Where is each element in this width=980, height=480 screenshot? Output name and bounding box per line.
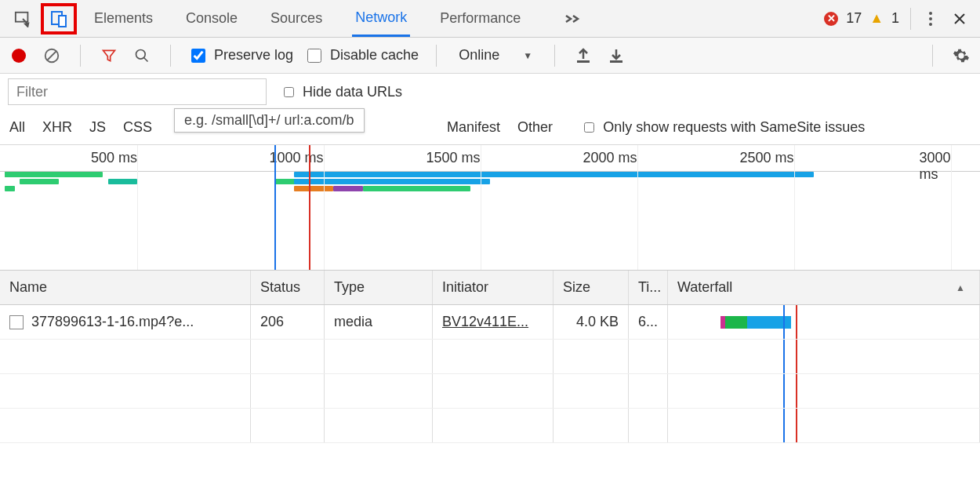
col-status[interactable]: Status <box>251 271 325 304</box>
more-tabs-icon[interactable] <box>564 13 580 25</box>
filter-type-all[interactable]: All <box>9 119 25 136</box>
overview-bar <box>5 172 103 177</box>
tab-console[interactable]: Console <box>183 0 241 37</box>
svg-rect-9 <box>610 60 622 63</box>
svg-rect-2 <box>59 16 66 27</box>
overview-ruler: 500 ms1000 ms1500 ms2000 ms2500 ms3000 m… <box>0 145 980 172</box>
record-button[interactable] <box>8 45 30 67</box>
col-waterfall-label: Waterfall <box>677 279 732 296</box>
filter-type-css[interactable]: CSS <box>123 119 152 136</box>
separator <box>554 45 555 67</box>
filter-type-xhr[interactable]: XHR <box>42 119 72 136</box>
preserve-log-input[interactable] <box>191 49 205 63</box>
filter-input[interactable] <box>8 78 267 105</box>
cell-size: 4.0 KB <box>554 305 629 339</box>
col-waterfall[interactable]: Waterfall ▲ <box>668 271 980 304</box>
filter-icon[interactable] <box>98 45 120 67</box>
svg-point-7 <box>136 49 146 59</box>
overview-bar <box>294 186 333 191</box>
overview-tick: 2000 ms <box>583 150 637 166</box>
table-row-empty <box>0 409 980 443</box>
error-count: 17 <box>846 10 862 27</box>
initiator-link[interactable]: BV12v411E... <box>442 314 528 330</box>
filter-type-js[interactable]: JS <box>89 119 106 136</box>
cell-waterfall <box>668 305 980 339</box>
close-icon[interactable] <box>944 3 975 35</box>
table-header: Name Status Type Initiator Size Ti... Wa… <box>0 271 980 305</box>
search-icon[interactable] <box>131 45 153 67</box>
overview-bar <box>294 172 814 177</box>
clear-icon[interactable] <box>41 45 63 67</box>
overview-tick: 500 ms <box>91 150 137 166</box>
chevron-down-icon: ▼ <box>523 50 532 61</box>
overview-bar <box>20 179 59 184</box>
svg-point-4 <box>929 17 932 20</box>
disable-cache-input[interactable] <box>307 49 321 63</box>
table-row-empty <box>0 340 980 374</box>
overview-tick: 2500 ms <box>739 150 793 166</box>
col-type[interactable]: Type <box>325 271 433 304</box>
device-toolbar-icon[interactable] <box>41 3 77 35</box>
hide-data-urls-label: Hide data URLs <box>303 84 402 100</box>
svg-point-3 <box>929 12 932 15</box>
sort-asc-icon: ▲ <box>956 282 965 293</box>
table-row-empty <box>0 374 980 409</box>
samesite-checkbox[interactable]: Only show requests with SameSite issues <box>581 119 865 136</box>
throttling-select[interactable]: Online ▼ <box>454 47 537 64</box>
request-table: Name Status Type Initiator Size Ti... Wa… <box>0 271 980 443</box>
devtools-tabbar: Elements Console Sources Network Perform… <box>0 0 980 38</box>
separator <box>932 45 933 67</box>
separator <box>436 45 437 67</box>
export-har-icon[interactable] <box>605 45 627 67</box>
request-name: 377899613-1-16.mp4?e... <box>31 314 194 330</box>
cell-initiator: BV12v411E... <box>433 305 554 339</box>
tab-sources[interactable]: Sources <box>267 0 325 37</box>
overview-domcontent-line <box>274 145 276 270</box>
preserve-log-checkbox[interactable]: Preserve log <box>188 46 293 65</box>
cell-time: 6... <box>629 305 668 339</box>
overview-load-line <box>309 145 310 270</box>
hide-data-urls-input[interactable] <box>284 87 294 97</box>
error-icon: ✕ <box>824 12 838 26</box>
row-checkbox[interactable] <box>9 315 24 329</box>
tab-performance[interactable]: Performance <box>437 0 524 37</box>
preserve-log-label: Preserve log <box>214 47 293 64</box>
panel-tabs: Elements Console Sources Network Perform… <box>91 0 580 37</box>
svg-rect-8 <box>577 60 590 63</box>
svg-point-5 <box>929 23 932 26</box>
throttling-value: Online <box>459 47 499 64</box>
waterfall-segment <box>725 316 747 329</box>
col-initiator[interactable]: Initiator <box>433 271 554 304</box>
settings-gear-icon[interactable] <box>950 45 972 67</box>
separator <box>170 45 171 67</box>
hide-data-urls-checkbox[interactable]: Hide data URLs <box>281 84 402 100</box>
disable-cache-checkbox[interactable]: Disable cache <box>304 46 419 65</box>
samesite-label: Only show requests with SameSite issues <box>603 119 865 136</box>
network-toolbar: Preserve log Disable cache Online ▼ <box>0 38 980 74</box>
network-overview[interactable]: 500 ms1000 ms1500 ms2000 ms2500 ms3000 m… <box>0 145 980 271</box>
network-filterbar: Hide data URLs All XHR JS CSS e.g. /smal… <box>0 74 980 145</box>
cell-status: 206 <box>251 305 325 339</box>
tab-elements[interactable]: Elements <box>91 0 156 37</box>
import-har-icon[interactable] <box>572 45 594 67</box>
svg-rect-0 <box>16 12 28 21</box>
overview-bar <box>5 186 15 191</box>
overview-tick: 1500 ms <box>426 150 480 166</box>
kebab-menu-icon[interactable] <box>917 3 944 35</box>
samesite-input[interactable] <box>584 122 594 133</box>
filter-type-manifest[interactable]: Manifest <box>447 119 500 136</box>
tab-network[interactable]: Network <box>352 0 410 37</box>
inspect-element-icon[interactable] <box>5 3 41 35</box>
topbar-left-icons <box>5 3 77 35</box>
cell-name: 377899613-1-16.mp4?e... <box>0 305 251 339</box>
filter-type-other[interactable]: Other <box>517 119 553 136</box>
col-size[interactable]: Size <box>554 271 629 304</box>
overview-bar <box>363 186 471 191</box>
issue-counters[interactable]: ✕ 17 ▲ 1 <box>824 10 899 27</box>
table-row[interactable]: 377899613-1-16.mp4?e... 206 media BV12v4… <box>0 305 980 340</box>
col-name[interactable]: Name <box>0 271 251 304</box>
filter-tooltip: e.g. /small[\d]+/ url:a.com/b <box>174 108 365 133</box>
warning-count: 1 <box>891 10 899 27</box>
separator <box>910 8 911 30</box>
col-time[interactable]: Ti... <box>629 271 668 304</box>
